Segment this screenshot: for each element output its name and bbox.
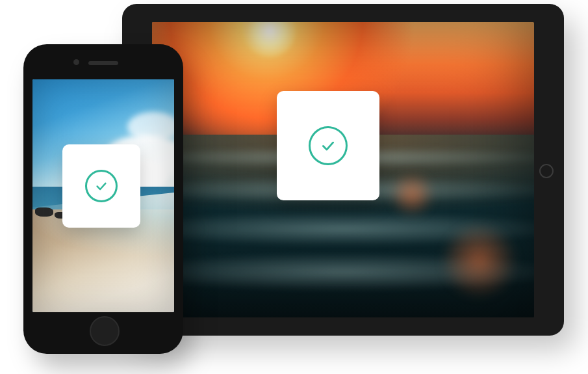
- phone-success-card: [62, 144, 140, 228]
- phone-speaker: [88, 61, 118, 65]
- phone-home-button[interactable]: [90, 316, 120, 346]
- phone-front-camera: [73, 59, 79, 65]
- check-circle-icon: [85, 170, 118, 202]
- check-circle-icon: [309, 126, 348, 165]
- check-icon: [94, 179, 109, 193]
- check-icon: [320, 137, 337, 154]
- tablet-success-card: [277, 91, 379, 200]
- device-mockup-stage: [0, 0, 588, 374]
- tablet-home-button[interactable]: [539, 164, 554, 178]
